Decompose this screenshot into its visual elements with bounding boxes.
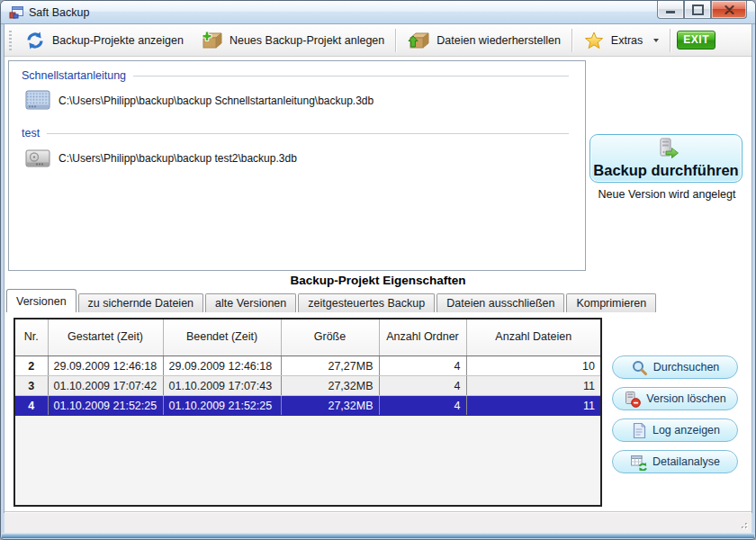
column-header-ended[interactable]: Beendet (Zeit) xyxy=(163,320,281,356)
new-backup-project-button[interactable]: Neues Backup-Projekt anlegen xyxy=(192,27,392,54)
cell-folders: 4 xyxy=(379,356,466,376)
toolbar-separator xyxy=(670,29,670,52)
detail-analysis-button[interactable]: Detailanalyse xyxy=(612,450,738,473)
tab-versionen[interactable]: Versionen xyxy=(6,289,76,312)
restore-box-icon xyxy=(407,30,430,51)
group-divider xyxy=(133,76,569,76)
new-backup-box-icon xyxy=(200,30,223,51)
cell-started: 01.10.2009 21:52:25 xyxy=(48,396,163,416)
close-button[interactable] xyxy=(711,1,747,19)
tab-label: Dateien ausschließen xyxy=(446,297,554,310)
toolbar-button-label: Neues Backup-Projekt anlegen xyxy=(230,34,384,47)
app-window: Saft Backup Backup-Projekte anzeigen xyxy=(0,0,756,540)
maximize-button[interactable] xyxy=(684,1,711,19)
version-row[interactable]: 3 01.10.2009 17:07:42 01.10.2009 17:07:4… xyxy=(15,376,600,396)
cell-nr: 3 xyxy=(15,376,48,396)
cell-files: 11 xyxy=(466,376,600,396)
column-header-started[interactable]: Gestartet (Zeit) xyxy=(48,320,163,356)
status-bar xyxy=(4,511,752,533)
tab-label: Komprimieren xyxy=(576,297,646,310)
client-area: Backup-Projekte anzeigen Neues Backup-Pr… xyxy=(4,24,752,512)
harddrive-icon xyxy=(23,86,52,115)
backup-caption: Neue Version wird angelegt xyxy=(585,188,749,201)
window-bottom-frame xyxy=(2,533,754,538)
tab-zu-sichernde-dateien[interactable]: zu sichernde Dateien xyxy=(78,293,203,312)
cell-ended: 29.09.2009 12:46:18 xyxy=(163,356,281,376)
magnifier-icon xyxy=(631,359,648,376)
exit-badge: EXIT xyxy=(677,31,716,50)
cell-files: 11 xyxy=(466,396,600,416)
extras-menu-button[interactable]: Extras xyxy=(575,27,667,54)
cell-nr: 2 xyxy=(15,356,48,376)
tab-komprimieren[interactable]: Komprimieren xyxy=(566,293,656,312)
tab-label: zeitgesteuertes Backup xyxy=(308,297,425,310)
run-backup-label: Backup durchführen xyxy=(593,162,738,179)
toolbar-button-label: Backup-Projekte anzeigen xyxy=(52,34,184,47)
properties-section-title: Backup-Projekt Eigenschaften xyxy=(4,274,752,287)
cell-nr: 4 xyxy=(15,396,48,416)
titlebar: Saft Backup xyxy=(1,1,755,24)
minimize-icon xyxy=(666,11,675,14)
side-button-label: Version löschen xyxy=(646,392,725,405)
version-row[interactable]: 2 29.09.2009 12:46:18 29.09.2009 12:46:1… xyxy=(15,356,600,376)
project-list-panel: Schnellstartanleitung xyxy=(8,60,586,271)
column-header-folders[interactable]: Anzahl Ordner xyxy=(379,320,466,356)
app-icon xyxy=(9,5,23,20)
project-item[interactable]: C:\Users\Philipp\backup\backup test2\bac… xyxy=(23,143,572,174)
project-item[interactable]: C:\Users\Philipp\backup\backup Schnellst… xyxy=(23,86,572,116)
star-icon xyxy=(583,30,605,51)
cell-started: 29.09.2009 12:46:18 xyxy=(48,356,163,376)
run-backup-button[interactable]: Backup durchführen xyxy=(590,134,742,183)
restore-files-button[interactable]: Dateien wiederherstellen xyxy=(399,27,569,54)
refresh-icon xyxy=(24,30,46,51)
cell-folders: 4 xyxy=(379,396,466,416)
cell-size: 27,27MB xyxy=(281,356,379,376)
project-db-path: C:\Users\Philipp\backup\backup Schnellst… xyxy=(58,94,374,107)
toolbar-button-label: Dateien wiederherstellen xyxy=(436,34,561,47)
project-db-path: C:\Users\Philipp\backup\backup test2\bac… xyxy=(58,152,297,165)
side-button-label: Durchsuchen xyxy=(653,361,720,374)
toolbar-separator xyxy=(572,29,572,52)
project-group-name: Schnellstartanleitung xyxy=(22,69,126,82)
project-group-name: test xyxy=(22,127,40,140)
cell-files: 10 xyxy=(466,356,600,376)
column-header-files[interactable]: Anzahl Dateien xyxy=(466,320,600,356)
tab-label: Versionen xyxy=(16,295,67,308)
chevron-down-icon xyxy=(653,39,659,42)
window-title: Saft Backup xyxy=(29,6,89,19)
version-row-selected[interactable]: 4 01.10.2009 21:52:25 01.10.2009 21:52:2… xyxy=(15,396,600,416)
minimize-button[interactable] xyxy=(657,1,684,19)
delete-version-button[interactable]: Version löschen xyxy=(612,387,738,410)
browse-button[interactable]: Durchsuchen xyxy=(612,356,738,379)
tab-alte-versionen[interactable]: alte Versionen xyxy=(205,293,296,312)
project-group-header: Schnellstartanleitung xyxy=(22,69,572,82)
side-button-label: Detailanalyse xyxy=(652,455,720,468)
toolbar-grip[interactable] xyxy=(9,31,12,50)
extras-label: Extras xyxy=(611,34,643,47)
show-backup-projects-button[interactable]: Backup-Projekte anzeigen xyxy=(16,27,192,54)
cell-started: 01.10.2009 17:07:42 xyxy=(48,376,163,396)
resize-grip[interactable] xyxy=(738,519,749,530)
tab-label: alte Versionen xyxy=(215,297,286,310)
toolbar-separator xyxy=(395,29,396,52)
main-toolbar: Backup-Projekte anzeigen Neues Backup-Pr… xyxy=(4,24,752,57)
exit-button[interactable]: EXIT xyxy=(673,27,719,54)
harddrive-icon xyxy=(23,144,52,173)
group-divider xyxy=(47,133,569,134)
detail-analysis-icon xyxy=(630,454,647,471)
versions-grid: Nr. Gestartet (Zeit) Beendet (Zeit) Größ… xyxy=(14,318,602,507)
delete-version-icon xyxy=(624,391,641,408)
tab-zeitgesteuertes-backup[interactable]: zeitgesteuertes Backup xyxy=(298,293,435,312)
show-log-button[interactable]: Log anzeigen xyxy=(612,418,738,442)
window-controls xyxy=(657,1,747,19)
project-group-header: test xyxy=(22,127,572,140)
cell-ended: 01.10.2009 17:07:43 xyxy=(163,376,281,396)
tab-dateien-ausschliessen[interactable]: Dateien ausschließen xyxy=(436,293,564,312)
log-icon xyxy=(630,422,647,439)
column-header-size[interactable]: Größe xyxy=(281,320,379,356)
cell-ended: 01.10.2009 21:52:25 xyxy=(163,396,281,416)
column-header-nr[interactable]: Nr. xyxy=(15,320,48,356)
side-button-label: Log anzeigen xyxy=(652,424,720,436)
grid-header-row: Nr. Gestartet (Zeit) Beendet (Zeit) Größ… xyxy=(15,320,600,356)
cell-folders: 4 xyxy=(379,376,466,396)
